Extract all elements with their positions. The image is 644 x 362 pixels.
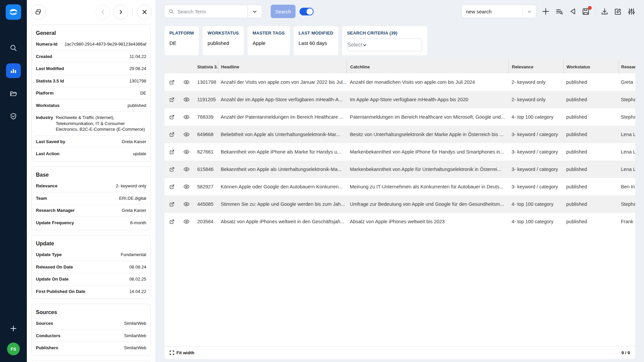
back-button[interactable]: [96, 5, 110, 19]
open-external-button[interactable]: [164, 167, 179, 172]
table-row[interactable]: 582927Können Apple oder Google den Autob…: [164, 178, 635, 195]
fit-width-label: Fit width: [176, 350, 194, 355]
panel-row-label: Relevance: [36, 183, 57, 189]
table-row[interactable]: 1301798Anzahl der Visits von apple.com v…: [164, 73, 635, 91]
table-row[interactable]: 788339Anzahl der Patentanmeldungen im Be…: [164, 108, 635, 126]
statista-logo[interactable]: [6, 4, 21, 20]
user-avatar[interactable]: FS: [7, 343, 20, 355]
forward-button[interactable]: [113, 5, 128, 19]
sidebar-item-folders[interactable]: [6, 86, 21, 101]
cell-headline: Beliebtheit von Apple als Unterhaltungse…: [218, 132, 346, 137]
chip-last-modified[interactable]: LAST MODIFIEDLast 60 days: [293, 26, 339, 56]
panel-row: Update Frequency6-month: [36, 217, 146, 229]
section-title: Update: [36, 241, 146, 247]
table-row[interactable]: 445085Stimmen Sie zu: Apple und Google w…: [164, 195, 635, 213]
column-header-id[interactable]: Statista 3...: [194, 60, 218, 73]
preview-button[interactable]: [179, 79, 194, 85]
cell-relevance: 3- keyword / category: [508, 149, 563, 155]
open-external-button[interactable]: [164, 97, 179, 103]
column-header-researcher[interactable]: Researc: [619, 60, 635, 73]
cell-id: 203584: [194, 219, 218, 224]
open-external-button[interactable]: [164, 132, 179, 137]
save-button[interactable]: [582, 7, 590, 16]
column-header-headline[interactable]: Headline: [218, 60, 346, 73]
table-row[interactable]: 627661Bekanntheit von Apple iPhone als M…: [164, 143, 635, 161]
flag-icon: [569, 7, 577, 15]
column-header-relevance[interactable]: Relevance: [508, 60, 563, 73]
saved-search-select[interactable]: new search: [461, 5, 536, 18]
pages-button[interactable]: [31, 4, 46, 20]
add-button[interactable]: [6, 321, 21, 336]
preview-button[interactable]: [179, 183, 194, 190]
table-row[interactable]: 615846Bekanntheit von Apple als Unterhal…: [164, 161, 635, 178]
preview-button[interactable]: [179, 114, 194, 120]
table-row[interactable]: 203584Absatz von Apple iPhones weltweit …: [164, 213, 635, 230]
column-header-catchline[interactable]: Catchline: [346, 60, 508, 73]
chip-label: WORKSTATUS: [208, 31, 239, 36]
panel-section-general: GeneralNumera-Id1ac7c980-2914-4873-9e29-…: [32, 24, 151, 162]
panel-row: Statista 3.5 Id1301798: [36, 75, 146, 87]
cell-catchline: Markenbekanntheit von Apple für Unterhal…: [346, 167, 508, 172]
external-link-icon: [169, 97, 175, 103]
cell-workstatus: published: [563, 79, 619, 85]
search-list-button[interactable]: [555, 7, 564, 16]
panel-row-label: Last Action: [36, 151, 59, 157]
panel-row-value: 29.08.24: [67, 66, 146, 72]
search-button[interactable]: Search: [271, 5, 296, 18]
search-input[interactable]: [177, 8, 247, 15]
eye-icon: [183, 131, 190, 138]
cell-catchline: Meinung zu IT-Unternehmen als Konkurrent…: [346, 184, 508, 189]
preview-button[interactable]: [179, 148, 194, 155]
chip-master-tags[interactable]: MASTER TAGSApple: [247, 26, 290, 56]
sidebar-item-statistics[interactable]: [6, 63, 21, 78]
panel-row-label: Update Frequency: [36, 220, 74, 226]
cell-researcher: Lena L: [619, 149, 635, 155]
new-search-button[interactable]: [541, 7, 550, 16]
chip-workstatus[interactable]: WORKSTATUSpublished: [202, 26, 244, 56]
panel-row-value: ERI.DE.digital: [50, 195, 146, 201]
chip-platform[interactable]: PLATFORMDE: [164, 26, 199, 56]
sidebar-item-search[interactable]: [6, 41, 21, 55]
fit-width-button[interactable]: Fit width: [170, 350, 194, 355]
filter-settings-button[interactable]: [627, 7, 636, 16]
panel-row-value: 1301798: [67, 78, 146, 84]
preview-button[interactable]: [179, 96, 194, 103]
search-toggle[interactable]: [300, 8, 314, 15]
chip-search-criteria[interactable]: SEARCH CRITERIA (39) Select: [342, 26, 428, 56]
open-external-button[interactable]: [164, 149, 179, 155]
table-empty-space: [164, 230, 635, 346]
open-external-button[interactable]: [164, 219, 179, 225]
criteria-select[interactable]: Select: [347, 39, 422, 51]
table-row[interactable]: 649668Beliebtheit von Apple als Unterhal…: [164, 126, 635, 143]
preview-button[interactable]: [179, 131, 194, 138]
cell-headline: Absatz von Apple iPhones weltweit in den…: [218, 219, 346, 224]
preview-button[interactable]: [179, 166, 194, 173]
chip-value: Last 60 days: [299, 40, 333, 46]
open-external-button[interactable]: [164, 184, 179, 190]
open-external-button[interactable]: [164, 114, 179, 120]
cell-relevance: 2- keyword only: [508, 79, 563, 85]
cell-relevance: 4- top 100 category: [508, 201, 563, 207]
panel-row-value: 08.08.24: [76, 264, 146, 270]
search-options-dropdown[interactable]: [247, 5, 262, 18]
header-spacer: [179, 60, 194, 73]
column-header-workstatus[interactable]: Workstatus: [563, 60, 619, 73]
download-button[interactable]: [600, 7, 609, 16]
preview-button[interactable]: [179, 201, 194, 207]
table-row[interactable]: 1191205Anzahl der im Apple App-Store ver…: [164, 91, 635, 108]
edit-button[interactable]: [614, 7, 622, 16]
section-title: Sources: [36, 309, 146, 315]
chevron-down-icon: [252, 9, 257, 14]
open-external-button[interactable]: [164, 79, 179, 85]
cell-researcher: Frank: [619, 219, 635, 224]
preview-button[interactable]: [179, 218, 194, 225]
chip-value: DE: [169, 40, 194, 46]
cell-headline: Stimmen Sie zu: Apple und Google werden …: [218, 201, 346, 207]
flag-button[interactable]: [569, 7, 577, 15]
close-button[interactable]: [137, 5, 152, 19]
results-table: Statista 3... Headline Catchline Relevan…: [164, 60, 636, 359]
panel-row-label: Platform: [36, 90, 54, 96]
sidebar-item-quality[interactable]: [6, 109, 21, 124]
panel-row-label: Sources: [36, 320, 53, 326]
open-external-button[interactable]: [164, 201, 179, 207]
